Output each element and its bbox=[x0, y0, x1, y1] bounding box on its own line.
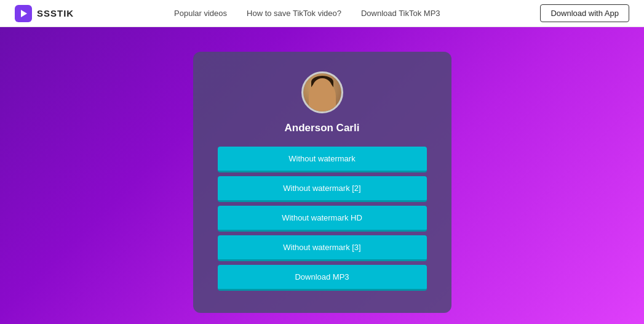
download-buttons-list: Without watermark Without watermark [2] … bbox=[218, 147, 427, 291]
download-with-app-button[interactable]: Download with App bbox=[540, 4, 629, 22]
download-card: Anderson Carli Without watermark Without… bbox=[193, 52, 451, 313]
avatar-image bbox=[303, 73, 341, 111]
download-btn-1[interactable]: Without watermark bbox=[218, 147, 427, 172]
nav-links: Popular videos How to save TikTok video?… bbox=[174, 9, 440, 18]
brand-area: SSSTIK bbox=[15, 5, 74, 22]
download-btn-3[interactable]: Without watermark HD bbox=[218, 206, 427, 232]
download-btn-2[interactable]: Without watermark [2] bbox=[218, 176, 427, 202]
hero-section: Anderson Carli Without watermark Without… bbox=[0, 27, 644, 324]
user-name: Anderson Carli bbox=[285, 122, 360, 134]
nav-download-mp3[interactable]: Download TikTok MP3 bbox=[361, 9, 440, 18]
svg-marker-0 bbox=[21, 10, 27, 17]
avatar bbox=[301, 71, 343, 113]
brand-name: SSSTIK bbox=[37, 8, 74, 18]
download-btn-mp3[interactable]: Download MP3 bbox=[218, 265, 427, 291]
nav-how-to-save[interactable]: How to save TikTok video? bbox=[247, 9, 341, 18]
nav-popular-videos[interactable]: Popular videos bbox=[174, 9, 227, 18]
download-btn-4[interactable]: Without watermark [3] bbox=[218, 235, 427, 261]
logo-icon bbox=[15, 5, 32, 22]
navbar: SSSTIK Popular videos How to save TikTok… bbox=[0, 0, 644, 27]
